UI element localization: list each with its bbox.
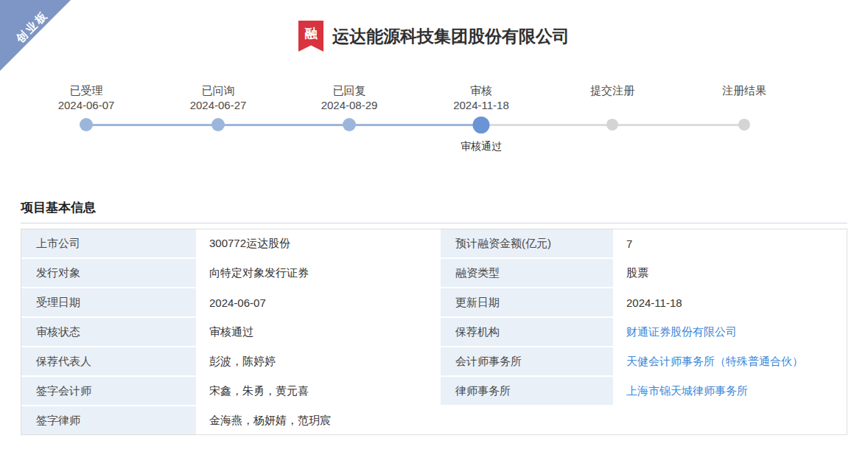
step-dot-pending [738,119,750,131]
rong-badge-icon: 融 [298,21,323,52]
rong-badge-text: 融 [305,27,318,41]
label-financing-type: 融资类型 [441,259,613,287]
timeline-step-registration-result: 注册结果 [679,81,809,162]
page: 创业板 融 运达能源科技集团股份有限公司 已受理 2024-06-07 已问询 … [0,0,868,458]
timeline-step-replied: 已回复 2024-08-29 [284,81,414,162]
section-title-basic-info: 项目基本信息 [21,199,96,216]
label-issue-target: 发行对象 [21,259,196,287]
timeline-step-accepted: 已受理 2024-06-07 [21,81,151,162]
value-review-status: 审核通过 [197,318,439,346]
step-label: 审核 [416,83,546,98]
value-update-date: 2024-11-18 [615,288,847,316]
label-signing-lawyers: 签字律师 [21,406,196,434]
value-listed-company: 300772运达股份 [197,229,439,257]
step-label: 提交注册 [547,83,677,98]
step-date: 2024-11-18 [416,98,546,113]
step-label: 已受理 [21,83,151,98]
step-dot-pending [606,119,618,131]
company-title: 运达能源科技集团股份有限公司 [332,25,570,48]
step-date: 2024-08-29 [284,98,414,113]
project-info-table: 上市公司 300772运达股份 预计融资金额(亿元) 7 发行对象 向特定对象发… [21,229,847,435]
law-firm-link[interactable]: 上海市锦天城律师事务所 [615,377,847,405]
timeline-step-submit-registration: 提交注册 [547,81,677,162]
accounting-firm-link[interactable]: 天健会计师事务所（特殊普通合伙） [615,347,847,375]
value-financing-type: 股票 [615,259,847,287]
label-signing-accountants: 签字会计师 [21,377,196,405]
label-sponsor: 保荐机构 [441,318,613,346]
step-dot-done [80,118,93,131]
label-sponsor-representatives: 保荐代表人 [21,347,196,375]
label-listed-company: 上市公司 [21,229,196,257]
section-divider [21,223,847,223]
step-date: 2024-06-27 [153,98,283,113]
step-status-sublabel: 审核通过 [416,140,546,153]
step-label: 已回复 [284,83,414,98]
sponsor-link[interactable]: 财通证券股份有限公司 [615,318,847,346]
label-law-firm: 律师事务所 [441,377,613,405]
value-sponsor-representatives: 彭波，陈婷婷 [197,347,439,375]
label-update-date: 更新日期 [441,288,613,316]
step-label: 已问询 [153,83,283,98]
value-signing-accountants: 宋鑫，朱勇，黄元喜 [197,377,439,405]
step-label: 注册结果 [679,83,809,98]
value-issue-target: 向特定对象发行证券 [197,259,439,287]
step-date: 2024-06-07 [21,98,151,113]
timeline-step-review: 审核 2024-11-18 审核通过 [416,81,546,162]
label-acceptance-date: 受理日期 [21,288,196,316]
label-accounting-firm: 会计师事务所 [441,347,613,375]
label-review-status: 审核状态 [21,318,196,346]
value-expected-funding: 7 [615,229,847,257]
label-expected-funding: 预计融资金额(亿元) [441,229,613,257]
step-dot-done [343,118,356,131]
value-signing-lawyers: 金海燕，杨妍婧，范玥宸 [197,406,847,434]
step-dot-done [211,118,225,131]
step-dot-active [473,117,490,133]
timeline-step-inquired: 已问询 2024-06-27 [153,81,283,162]
review-timeline: 已受理 2024-06-07 已问询 2024-06-27 已回复 2024-0… [0,81,868,162]
header: 融 运达能源科技集团股份有限公司 [0,21,868,52]
value-acceptance-date: 2024-06-07 [197,288,439,316]
